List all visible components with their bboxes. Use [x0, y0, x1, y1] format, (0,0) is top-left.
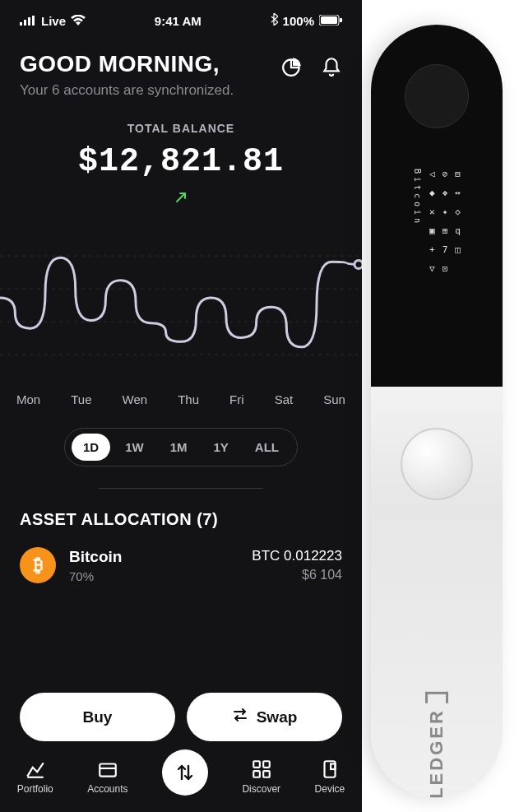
svg-rect-15 — [263, 761, 270, 768]
x-tick: Mon — [16, 392, 40, 406]
svg-rect-0 — [20, 22, 22, 26]
svg-rect-14 — [253, 761, 260, 768]
x-tick: Thu — [178, 392, 199, 406]
nav-portfolio[interactable]: Portfolio — [17, 759, 53, 795]
range-selector[interactable]: 1D1W1M1YALL — [64, 428, 298, 466]
swap-icon — [232, 708, 248, 726]
total-balance-value: $12,821.81 — [0, 143, 362, 180]
asset-value: $6 104 — [252, 568, 342, 582]
total-balance: TOTAL BALANCE $12,821.81 — [0, 107, 362, 215]
device-glyph: ◇ — [455, 206, 461, 217]
ledger-brand: LEDGER — [425, 692, 448, 798]
divider — [99, 488, 263, 489]
svg-rect-6 — [340, 18, 342, 22]
ledger-device: Bitcoin ◁◆✕▣+▽ ⊘❖✦⊞7⊡ ⊟↔◇q◫ LEDGER — [371, 25, 503, 798]
asset-allocation-heading: ASSET ALLOCATION (7) — [20, 510, 342, 529]
carrier-label: Live — [41, 14, 66, 28]
device-top-button[interactable] — [405, 64, 469, 128]
asset-share: 70% — [69, 569, 122, 583]
bottom-nav: Portfolio Accounts Discover Device — [0, 741, 362, 812]
buy-button[interactable]: Buy — [20, 693, 175, 741]
device-screen: Bitcoin ◁◆✕▣+▽ ⊘❖✦⊞7⊡ ⊟↔◇q◫ — [391, 169, 483, 362]
device-glyph: ▽ — [429, 263, 435, 274]
svg-rect-16 — [253, 771, 260, 777]
svg-rect-13 — [100, 764, 116, 777]
ledger-brand-text: LEDGER — [426, 708, 447, 798]
x-tick: Sat — [275, 392, 294, 406]
device-glyph: + — [429, 244, 435, 255]
x-tick: Tue — [71, 392, 91, 406]
bluetooth-icon — [271, 13, 278, 28]
nav-portfolio-label: Portfolio — [17, 783, 53, 795]
balance-chart[interactable] — [0, 231, 362, 379]
battery-label: 100% — [283, 14, 314, 28]
device-glyph: ⊘ — [443, 169, 448, 179]
chart-x-axis: MonTueWenThuFriSatSun — [0, 379, 362, 406]
bell-icon[interactable] — [321, 56, 342, 77]
svg-rect-19 — [331, 764, 335, 770]
svg-rect-2 — [28, 17, 30, 26]
piechart-icon[interactable] — [281, 56, 303, 77]
swap-button[interactable]: Swap — [187, 693, 342, 741]
device-glyph: ✦ — [443, 206, 448, 217]
x-tick: Fri — [229, 392, 244, 406]
asset-amount: BTC 0.012223 — [252, 548, 342, 564]
action-row: Buy Swap — [0, 693, 362, 741]
nav-transfer-button[interactable] — [162, 749, 208, 796]
wifi-icon — [71, 14, 86, 28]
asset-allocation-section: ASSET ALLOCATION (7) ₿ Bitcoin 70% BTC 0… — [0, 510, 362, 583]
greeting-title: GOOD MORNING, — [20, 51, 234, 77]
device-glyph: ⊟ — [455, 169, 461, 179]
device-top-shell: Bitcoin ◁◆✕▣+▽ ⊘❖✦⊞7⊡ ⊟↔◇q◫ — [371, 25, 503, 387]
svg-rect-1 — [24, 20, 26, 26]
greeting-subtitle: Your 6 accounts are synchronized. — [20, 82, 234, 99]
trend-up-icon — [0, 190, 362, 208]
nav-accounts[interactable]: Accounts — [87, 759, 127, 795]
device-glyph: ◁ — [429, 169, 435, 179]
nav-discover-label: Discover — [242, 783, 280, 795]
device-glyph: ⊞ — [443, 225, 448, 236]
asset-name: Bitcoin — [69, 548, 122, 566]
swap-button-label: Swap — [257, 708, 298, 726]
device-glyph: ◆ — [429, 188, 435, 198]
device-glyph: ❖ — [443, 188, 448, 198]
device-glyph: q — [455, 225, 461, 236]
device-glyph: ↔ — [455, 188, 461, 198]
svg-point-12 — [354, 260, 362, 268]
device-bottom-button[interactable] — [401, 428, 473, 500]
device-glyph: ⊡ — [443, 263, 448, 274]
device-glyph: ✕ — [429, 206, 435, 217]
buy-button-label: Buy — [83, 708, 113, 726]
app-screen: Live 9:41 AM 100% GOOD MORNING, Your 6 a… — [0, 0, 362, 812]
range-option-1d[interactable]: 1D — [72, 434, 110, 461]
nav-device-label: Device — [315, 783, 345, 795]
device-screen-label: Bitcoin — [413, 169, 422, 226]
statusbar: Live 9:41 AM 100% — [0, 0, 362, 36]
x-tick: Sun — [323, 392, 345, 406]
total-balance-label: TOTAL BALANCE — [0, 122, 362, 135]
svg-rect-3 — [32, 16, 35, 26]
asset-row[interactable]: ₿ Bitcoin 70% BTC 0.012223 $6 104 — [20, 547, 342, 583]
nav-device[interactable]: Device — [315, 759, 345, 795]
device-glyph: 7 — [443, 244, 448, 255]
device-bottom-shell: LEDGER — [371, 387, 503, 798]
range-option-all[interactable]: ALL — [243, 434, 290, 461]
device-glyph: ◫ — [455, 244, 461, 255]
range-option-1y[interactable]: 1Y — [202, 434, 240, 461]
range-option-1m[interactable]: 1M — [159, 434, 199, 461]
nav-discover[interactable]: Discover — [242, 759, 280, 795]
coin-icon: ₿ — [20, 547, 56, 583]
svg-rect-17 — [263, 771, 270, 777]
device-glyph: ▣ — [429, 225, 435, 236]
header: GOOD MORNING, Your 6 accounts are synchr… — [0, 36, 362, 107]
x-tick: Wen — [123, 392, 148, 406]
battery-icon — [319, 14, 342, 28]
range-option-1w[interactable]: 1W — [114, 434, 155, 461]
clock: 9:41 AM — [155, 14, 202, 28]
svg-rect-5 — [321, 16, 337, 24]
signal-icon — [20, 14, 36, 28]
nav-accounts-label: Accounts — [87, 783, 127, 795]
